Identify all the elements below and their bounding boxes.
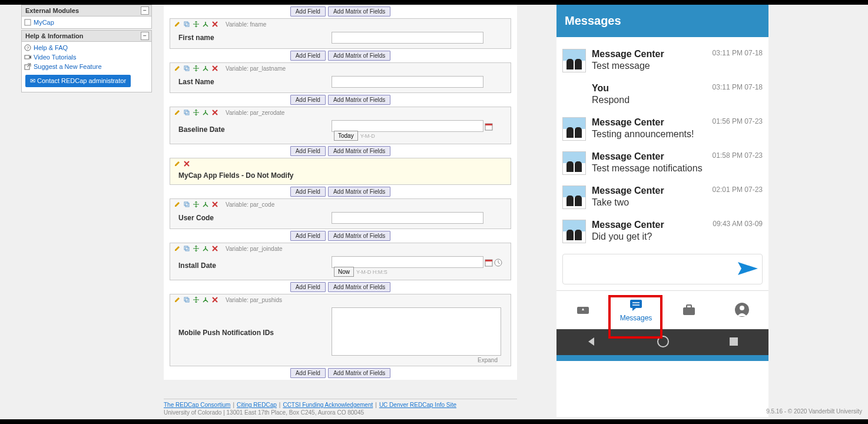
- format-hint: Y-M-D: [360, 133, 375, 139]
- edit-icon[interactable]: [174, 201, 181, 208]
- delete-icon[interactable]: [211, 296, 218, 303]
- edit-icon[interactable]: [174, 21, 181, 28]
- footer-link[interactable]: The REDCap Consortium: [164, 402, 230, 408]
- clock-icon[interactable]: [494, 259, 502, 267]
- copy-icon[interactable]: [183, 296, 190, 303]
- add-matrix-button[interactable]: Add Matrix of Fields: [328, 95, 390, 105]
- delete-icon[interactable]: [211, 245, 218, 252]
- add-matrix-button[interactable]: Add Matrix of Fields: [328, 231, 390, 241]
- delete-icon[interactable]: [211, 109, 218, 116]
- copy-icon[interactable]: [183, 21, 190, 28]
- add-field-button[interactable]: Add Field: [290, 187, 326, 197]
- variable-label: Variable: par_lastname: [226, 65, 286, 72]
- delete-icon[interactable]: [211, 21, 218, 28]
- copy-icon[interactable]: [183, 109, 190, 116]
- copy-icon[interactable]: [183, 65, 190, 72]
- move-icon[interactable]: [193, 245, 200, 252]
- text-input[interactable]: [332, 32, 483, 44]
- copy-icon[interactable]: [183, 245, 190, 252]
- add-field-button[interactable]: Add Field: [290, 282, 326, 292]
- branch-icon[interactable]: [202, 65, 209, 72]
- collapse-icon[interactable]: −: [141, 32, 149, 40]
- move-icon[interactable]: [193, 109, 200, 116]
- nav-activities[interactable]: [562, 302, 604, 319]
- now-button[interactable]: Now: [334, 267, 354, 277]
- add-field-button[interactable]: Add Field: [290, 368, 326, 378]
- svg-rect-31: [687, 305, 691, 308]
- phone-mockup: Messages Message CenterTest message03:11…: [556, 5, 768, 417]
- message-text: Test message notifications: [592, 163, 708, 174]
- collapse-icon[interactable]: −: [141, 6, 149, 15]
- message-item[interactable]: Message CenterTesting announcements!01:5…: [562, 117, 763, 141]
- message-list: Message CenterTest message03:11 PM 07-18…: [556, 37, 768, 243]
- nav-case[interactable]: [668, 303, 710, 318]
- message-item[interactable]: Message CenterDid you get it?09:43 AM 03…: [562, 220, 763, 243]
- sidebar-item-help-faq[interactable]: ? Help & FAQ: [22, 43, 151, 52]
- branch-icon[interactable]: [202, 201, 209, 208]
- branch-icon[interactable]: [202, 296, 209, 303]
- add-field-row: Add FieldAdd Matrix of Fields: [164, 280, 517, 294]
- recent-icon[interactable]: [728, 336, 739, 348]
- add-field-row: Add FieldAdd Matrix of Fields: [164, 5, 517, 18]
- add-field-button[interactable]: Add Field: [290, 95, 326, 105]
- add-matrix-button[interactable]: Add Matrix of Fields: [328, 368, 390, 378]
- message-item[interactable]: Message CenterTest message03:11 PM 07-18: [562, 49, 763, 72]
- add-field-button[interactable]: Add Field: [290, 231, 326, 241]
- add-matrix-button[interactable]: Add Matrix of Fields: [328, 51, 390, 61]
- add-matrix-button[interactable]: Add Matrix of Fields: [328, 187, 390, 197]
- add-field-button[interactable]: Add Field: [290, 51, 326, 61]
- add-field-button[interactable]: Add Field: [290, 6, 326, 16]
- sidebar-item-mycap[interactable]: MyCap: [22, 18, 151, 27]
- move-icon[interactable]: [193, 21, 200, 28]
- branch-icon[interactable]: [202, 21, 209, 28]
- field-label: User Code: [178, 214, 332, 222]
- move-icon[interactable]: [193, 296, 200, 303]
- branch-icon[interactable]: [202, 245, 209, 252]
- add-matrix-button[interactable]: Add Matrix of Fields: [328, 146, 390, 156]
- text-input[interactable]: [332, 76, 483, 88]
- contact-admin-button[interactable]: ✉ Contact REDCap administrator: [25, 75, 131, 87]
- message-item[interactable]: Message CenterTake two02:01 PM 07-23: [562, 186, 763, 209]
- today-button[interactable]: Today: [334, 131, 358, 141]
- footer-link[interactable]: UC Denver REDCap Info Site: [379, 402, 456, 408]
- field-label: First name: [178, 34, 332, 42]
- delete-icon[interactable]: [211, 65, 218, 72]
- android-nav-bar: [556, 329, 768, 355]
- footer-link[interactable]: Citing REDCap: [237, 402, 277, 408]
- edit-icon[interactable]: [174, 65, 181, 72]
- nav-messages[interactable]: Messages: [615, 299, 657, 322]
- add-field-row: Add FieldAdd Matrix of Fields: [164, 366, 517, 380]
- move-icon[interactable]: [193, 65, 200, 72]
- compose-input[interactable]: [563, 259, 734, 280]
- delete-icon[interactable]: [183, 160, 190, 167]
- branch-icon[interactable]: [202, 109, 209, 116]
- add-field-button[interactable]: Add Field: [290, 146, 326, 156]
- external-modules-header: External Modules −: [21, 5, 152, 16]
- text-input[interactable]: [332, 212, 483, 224]
- expand-link[interactable]: Expand: [332, 356, 501, 365]
- message-item[interactable]: Message CenterTest message notifications…: [562, 151, 763, 175]
- edit-icon[interactable]: [174, 296, 181, 303]
- back-icon[interactable]: [586, 336, 598, 349]
- edit-icon[interactable]: [174, 245, 181, 252]
- send-icon[interactable]: [734, 260, 762, 279]
- date-input[interactable]: [332, 120, 483, 132]
- move-icon[interactable]: [193, 201, 200, 208]
- person-icon: [734, 302, 750, 317]
- datetime-input[interactable]: [332, 256, 483, 268]
- edit-icon[interactable]: [174, 109, 181, 116]
- sidebar-item-video[interactable]: Video Tutorials: [22, 52, 151, 62]
- calendar-icon[interactable]: [485, 259, 493, 267]
- delete-icon[interactable]: [211, 201, 218, 208]
- message-text: Did you get it?: [592, 231, 708, 242]
- add-matrix-button[interactable]: Add Matrix of Fields: [328, 282, 390, 292]
- message-item[interactable]: YouRespond03:11 PM 07-18: [562, 83, 763, 107]
- copy-icon[interactable]: [183, 201, 190, 208]
- calendar-icon[interactable]: [485, 122, 493, 131]
- textarea-input[interactable]: [332, 307, 501, 356]
- footer-link[interactable]: CCTSI Funding Acknowledgement: [283, 402, 373, 408]
- add-matrix-button[interactable]: Add Matrix of Fields: [328, 6, 390, 16]
- sidebar-item-suggest[interactable]: Suggest a New Feature: [22, 62, 151, 71]
- nav-profile[interactable]: [721, 302, 763, 319]
- edit-icon[interactable]: [174, 160, 181, 167]
